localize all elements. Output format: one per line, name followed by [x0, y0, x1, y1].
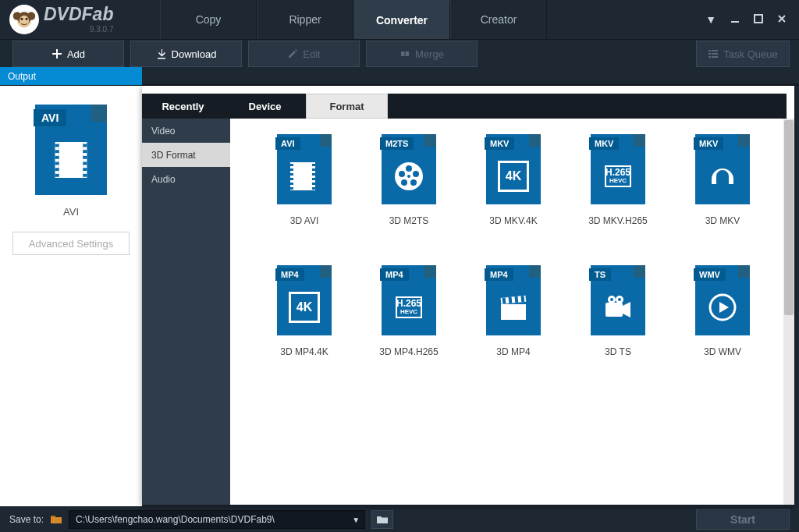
- format-caption: 3D MP4.H265: [379, 346, 438, 357]
- category-video[interactable]: Video: [142, 119, 230, 143]
- play-icon: [695, 286, 750, 329]
- folder-icon: [50, 513, 62, 527]
- browse-folder-button[interactable]: [371, 510, 393, 529]
- add-button[interactable]: Add: [12, 41, 124, 67]
- edit-button: Edit: [248, 41, 360, 67]
- scrollbar-thumb[interactable]: [784, 120, 794, 315]
- svg-rect-42: [755, 15, 762, 23]
- svg-point-39: [21, 18, 23, 20]
- download-button[interactable]: Download: [130, 41, 242, 67]
- close-icon[interactable]: [777, 13, 787, 26]
- camera-icon: [591, 286, 645, 329]
- download-label: Download: [172, 48, 217, 60]
- format-item-3d-mp4-h265[interactable]: MP4H.265HEVC3D MP4.H265: [357, 265, 461, 357]
- format-badge: MKV: [589, 137, 619, 150]
- format-item-3d-mp4-4k[interactable]: MP44K3D MP4.4K: [252, 265, 357, 357]
- format-badge: MP4: [275, 268, 304, 281]
- 4k-icon: 4K: [277, 286, 332, 329]
- brand-name: DVDFab: [44, 5, 113, 23]
- format-caption: 3D MKV: [705, 215, 740, 226]
- format-item-3d-mkv[interactable]: MKV3D MKV: [670, 134, 775, 226]
- format-item-3d-m2ts[interactable]: M2TS3D M2TS: [357, 134, 461, 226]
- format-badge: MP4: [485, 268, 513, 281]
- task-queue-label: Task Queue: [723, 48, 777, 60]
- advanced-settings-button[interactable]: Advanced Settings: [12, 232, 130, 255]
- format-badge: TS: [589, 268, 611, 281]
- output-format-tile[interactable]: AVI: [35, 105, 107, 195]
- edit-label: Edit: [303, 48, 320, 60]
- panel-tab-recently[interactable]: Recently: [142, 94, 224, 119]
- film-icon: [35, 133, 107, 187]
- category-audio[interactable]: Audio: [142, 167, 230, 191]
- film-icon: [277, 154, 332, 198]
- svg-rect-43: [708, 50, 711, 51]
- reel-icon: [382, 154, 436, 198]
- start-button[interactable]: Start: [696, 509, 790, 530]
- output-format-badge: AVI: [34, 109, 66, 126]
- headset-icon: [695, 154, 750, 198]
- svg-rect-47: [708, 56, 711, 58]
- tab-copy[interactable]: Copy: [160, 0, 257, 39]
- maximize-icon[interactable]: [754, 13, 763, 26]
- format-item-3d-wmv[interactable]: WMV3D WMV: [670, 265, 775, 357]
- tab-ripper[interactable]: Ripper: [257, 0, 353, 39]
- panel-tab-device[interactable]: Device: [224, 94, 306, 119]
- svg-rect-45: [708, 53, 711, 55]
- output-format-caption: AVI: [63, 206, 79, 218]
- task-queue-button[interactable]: Task Queue: [696, 41, 790, 67]
- format-caption: 3D WMV: [704, 346, 741, 357]
- dropdown-icon[interactable]: ▼: [705, 13, 716, 26]
- format-caption: 3D M2TS: [389, 215, 429, 226]
- svg-rect-49: [51, 516, 55, 517]
- h265-icon: H.265HEVC: [591, 154, 645, 198]
- format-badge: MKV: [485, 137, 514, 150]
- 4k-icon: 4K: [486, 154, 541, 198]
- chevron-down-icon[interactable]: ▼: [352, 516, 360, 524]
- svg-rect-48: [712, 56, 718, 58]
- format-caption: 3D MP4.4K: [280, 346, 328, 357]
- save-path-field[interactable]: C:\Users\fengchao.wang\Documents\DVDFab9…: [69, 510, 365, 529]
- format-badge: MP4: [380, 268, 409, 281]
- format-badge: M2TS: [380, 137, 414, 150]
- save-to-label: Save to:: [9, 514, 44, 525]
- clapper-icon: [486, 286, 541, 329]
- svg-rect-44: [712, 50, 718, 51]
- h265-icon: H.265HEVC: [382, 286, 436, 329]
- format-item-3d-mp4[interactable]: MP43D MP4: [461, 265, 566, 357]
- format-item-3d-ts[interactable]: TS3D TS: [566, 265, 670, 357]
- scrollbar-track[interactable]: [783, 119, 794, 505]
- merge-label: Merge: [415, 48, 444, 60]
- output-header: Output: [0, 67, 142, 85]
- format-caption: 3D MKV.H265: [588, 215, 648, 226]
- format-caption: 3D MP4: [496, 346, 530, 357]
- merge-button: Merge: [366, 41, 478, 67]
- minimize-icon[interactable]: [730, 13, 740, 26]
- format-badge: AVI: [275, 137, 300, 150]
- add-label: Add: [67, 48, 85, 60]
- format-item-3d-mkv-h265[interactable]: MKVH.265HEVC3D MKV.H265: [566, 134, 670, 226]
- format-badge: MKV: [694, 137, 723, 150]
- svg-point-40: [26, 18, 28, 20]
- category-3d-format[interactable]: 3D Format: [142, 143, 230, 167]
- app-logo: DVDFab 9.3.0.7: [0, 5, 160, 34]
- format-item-3d-mkv-4k[interactable]: MKV4K3D MKV.4K: [461, 134, 566, 226]
- monkey-icon: [9, 5, 39, 34]
- tab-converter[interactable]: Converter: [353, 0, 450, 39]
- format-caption: 3D TS: [605, 346, 631, 357]
- format-caption: 3D MKV.4K: [489, 215, 538, 226]
- tab-creator[interactable]: Creator: [450, 0, 547, 39]
- save-path-text: C:\Users\fengchao.wang\Documents\DVDFab9…: [76, 514, 275, 525]
- format-caption: 3D AVI: [290, 215, 318, 226]
- panel-tab-format[interactable]: Format: [306, 94, 388, 119]
- brand-version: 9.3.0.7: [44, 25, 113, 34]
- svg-rect-46: [712, 53, 718, 55]
- format-item-3d-avi[interactable]: AVI3D AVI: [252, 134, 357, 226]
- svg-rect-41: [731, 21, 739, 23]
- format-badge: WMV: [694, 268, 726, 281]
